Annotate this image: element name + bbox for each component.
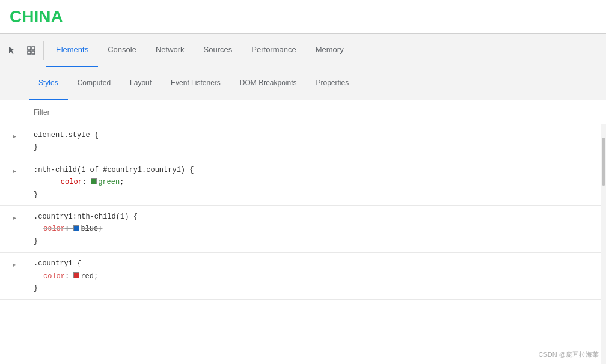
toolbar-separator (43, 41, 44, 60)
css-rules: ▶ element.style { } ▶ :nth-child(1 of #c… (0, 124, 606, 364)
svg-rect-3 (32, 51, 35, 54)
rule-closing-2: } (34, 189, 599, 201)
css-rule-country1: ▶ .country1 { color: red; } (0, 253, 606, 300)
rule-selector-2: :nth-child(1 of #country1.country1) { (34, 164, 599, 176)
collapse-arrow-4[interactable]: ▶ (11, 260, 18, 270)
css-rule-nth-child-country1: ▶ :nth-child(1 of #country1.country1) { … (0, 159, 606, 206)
devtools-panel: Elements Console Network Sources Perform… (0, 33, 606, 364)
cursor-icon[interactable] (2, 41, 22, 60)
tab-sources[interactable]: Sources (194, 34, 242, 67)
collapse-arrow-2[interactable]: ▶ (11, 166, 18, 177)
vertical-scrollbar[interactable] (601, 124, 606, 364)
inspect-icon[interactable] (22, 41, 41, 60)
styles-panel: ▶ element.style { } ▶ :nth-child(1 of #c… (0, 100, 606, 364)
devtools-subtabs: Styles Computed Layout Event Listeners D… (0, 67, 606, 100)
tab-memory[interactable]: Memory (306, 34, 354, 67)
subtab-computed[interactable]: Computed (68, 67, 120, 100)
subtab-styles[interactable]: Styles (29, 67, 68, 100)
china-heading: CHINA (10, 7, 63, 26)
subtab-properties[interactable]: Properties (307, 67, 359, 100)
color-swatch-red[interactable] (73, 272, 79, 278)
tab-network[interactable]: Network (146, 34, 194, 67)
rule-closing-3: } (34, 235, 599, 247)
filter-input[interactable] (34, 108, 599, 117)
subtab-event-listeners[interactable]: Event Listeners (161, 67, 230, 100)
collapse-arrow-3[interactable]: ▶ (11, 213, 18, 223)
rule-selector: element.style { (34, 129, 599, 141)
svg-rect-2 (28, 51, 31, 54)
tab-performance[interactable]: Performance (242, 34, 305, 67)
rule-closing: } (34, 141, 599, 153)
tab-elements[interactable]: Elements (46, 34, 98, 67)
rule-property-line-1: color: green; (34, 176, 599, 188)
color-swatch-blue[interactable] (73, 225, 79, 231)
rule-selector-3: .country1:nth-child(1) { (34, 211, 599, 223)
css-rule-element-style: ▶ element.style { } (0, 124, 606, 159)
color-swatch-green[interactable] (91, 178, 97, 184)
rule-selector-4: .country1 { (34, 258, 599, 270)
filter-bar (0, 100, 606, 124)
rule-closing-4: } (34, 282, 599, 294)
devtools-toolbar: Elements Console Network Sources Perform… (0, 34, 606, 67)
svg-rect-0 (28, 47, 31, 50)
scrollbar-thumb[interactable] (602, 138, 605, 186)
rule-property-line-2: color: blue; (34, 223, 599, 235)
collapse-arrow[interactable]: ▶ (11, 132, 18, 142)
subtab-dom-breakpoints[interactable]: DOM Breakpoints (230, 67, 307, 100)
watermark: CSDN @庞耳拉海莱 (539, 350, 599, 359)
subtab-layout[interactable]: Layout (120, 67, 161, 100)
rule-property-line-3: color: red; (34, 270, 599, 282)
tab-console[interactable]: Console (98, 34, 146, 67)
svg-rect-1 (32, 47, 35, 50)
css-rule-country1-nth-child: ▶ .country1:nth-child(1) { color: blue; … (0, 206, 606, 253)
